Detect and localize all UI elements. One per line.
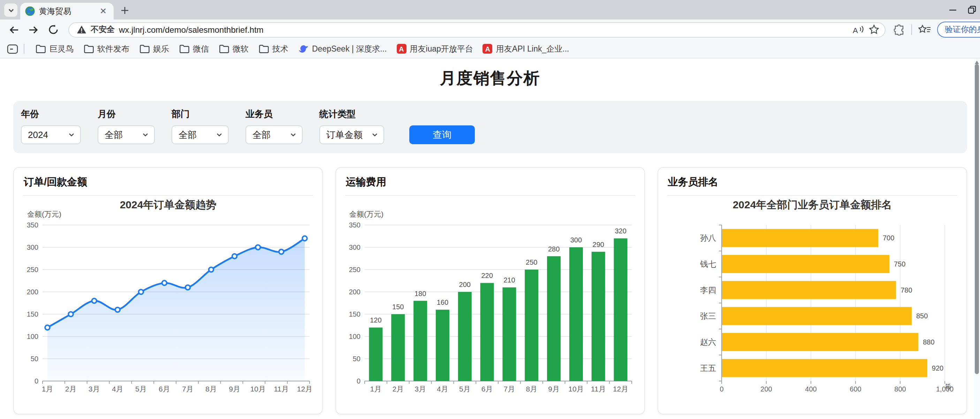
salesman-select-value: 全部 xyxy=(252,129,270,141)
verify-identity-button[interactable]: 验证你的身份 xyxy=(937,22,980,38)
bookmarks-divider xyxy=(24,44,24,54)
folder-icon xyxy=(179,44,189,54)
svg-text:750: 750 xyxy=(894,260,905,268)
svg-text:300: 300 xyxy=(27,243,38,251)
bookmark-item[interactable]: 技术 xyxy=(253,41,293,56)
tab-search-button[interactable] xyxy=(4,3,18,17)
svg-text:9月: 9月 xyxy=(229,385,240,393)
page-title: 月度销售分析 xyxy=(0,59,980,89)
tab-close-icon[interactable]: ✕ xyxy=(98,6,109,16)
folder-icon xyxy=(139,44,150,54)
bookmark-item[interactable]: DeepSeek | 深度求... xyxy=(293,41,391,56)
query-button[interactable]: 查询 xyxy=(409,125,475,144)
svg-text:王五: 王五 xyxy=(700,363,716,373)
filter-stat-type-label: 统计类型 xyxy=(319,108,384,121)
bookmark-label: 微信 xyxy=(193,44,209,54)
read-aloud-icon[interactable]: A xyxy=(852,25,865,35)
browser-window: 黄海贸易 ✕ 不安全 wx.jlnrj.com/demo/sa xyxy=(0,0,980,419)
svg-text:8月: 8月 xyxy=(205,385,217,393)
scrollbar[interactable] xyxy=(974,59,980,419)
svg-text:2024年全部门业务员订单金额排名: 2024年全部门业务员订单金额排名 xyxy=(732,199,892,210)
page-content: 月度销售分析 年份 2024 月份 全部 部门 全部 xyxy=(0,59,980,419)
new-tab-button[interactable] xyxy=(118,3,132,17)
bookmarks-bar: 巨灵鸟 软件发布 娱乐 微信 微软 技术 DeepSeek | 深度求... A xyxy=(0,40,980,59)
department-select-value: 全部 xyxy=(178,129,197,141)
bookmark-item[interactable]: 娱乐 xyxy=(134,41,174,56)
chevron-down-icon xyxy=(68,132,75,138)
shipping-cost-chart[interactable]: 金额(万元)0501001502002503003501201月1502月180… xyxy=(336,196,644,409)
tab-strip: 黄海贸易 ✕ xyxy=(0,0,980,19)
refresh-button[interactable] xyxy=(45,21,61,38)
address-bar[interactable]: 不安全 wx.jlnrj.com/demo/salesmonthbrief.ht… xyxy=(68,22,886,37)
month-select[interactable]: 全部 xyxy=(98,125,155,144)
filter-month-label: 月份 xyxy=(98,108,155,121)
svg-text:3月: 3月 xyxy=(415,385,426,393)
forward-button[interactable] xyxy=(25,21,42,38)
year-select[interactable]: 2024 xyxy=(21,125,81,144)
svg-text:150: 150 xyxy=(27,310,38,318)
svg-text:4月: 4月 xyxy=(437,385,448,393)
svg-text:3月: 3月 xyxy=(89,385,100,393)
svg-text:180: 180 xyxy=(415,290,426,297)
department-select[interactable]: 全部 xyxy=(172,125,229,144)
svg-text:50: 50 xyxy=(352,355,360,363)
filter-year-label: 年份 xyxy=(21,108,81,121)
tab-title: 黄海贸易 xyxy=(39,6,94,16)
svg-text:350: 350 xyxy=(27,221,38,229)
svg-text:210: 210 xyxy=(503,276,515,284)
yonyou-icon: A xyxy=(396,44,406,54)
line-chart-svg: 2024年订单金额趋势金额(万元)0501001502002503003501月… xyxy=(22,197,315,406)
not-secure-warning-icon xyxy=(77,25,86,34)
svg-text:8月: 8月 xyxy=(526,385,537,393)
bookmark-label: 用友iuap开放平台 xyxy=(410,44,473,54)
bookmark-item[interactable]: A 用友iuap开放平台 xyxy=(391,41,478,56)
toolbar-right: 验证你的身份 xyxy=(894,22,980,38)
salesman-ranking-chart[interactable]: 2024年全部门业务员订单金额排名02004006008001,000孙八700… xyxy=(658,196,966,409)
shipping-card-header: 运输费用 xyxy=(345,168,635,196)
browser-toolbar: 不安全 wx.jlnrj.com/demo/salesmonthbrief.ht… xyxy=(0,19,980,40)
globe-favicon xyxy=(25,6,35,16)
svg-text:200: 200 xyxy=(27,288,38,296)
svg-text:150: 150 xyxy=(392,303,404,311)
svg-text:12月: 12月 xyxy=(613,385,628,393)
svg-text:200: 200 xyxy=(459,281,470,288)
back-button[interactable] xyxy=(6,21,22,38)
stat-type-select[interactable]: 订单金额 xyxy=(319,125,384,144)
favorites-bar-icon[interactable] xyxy=(918,24,931,35)
bookmark-item[interactable]: A 用友API Link_企业... xyxy=(478,41,574,56)
bookmark-item[interactable]: 巨灵鸟 xyxy=(31,41,78,56)
salesman-select[interactable]: 全部 xyxy=(245,125,302,144)
svg-text:张三: 张三 xyxy=(700,311,716,321)
extensions-puzzle-icon[interactable] xyxy=(894,24,905,35)
bookmark-label: 软件发布 xyxy=(97,44,129,54)
forward-arrow-icon xyxy=(28,24,39,35)
refresh-icon xyxy=(48,24,58,35)
scrollbar-up-arrow-icon[interactable] xyxy=(975,60,979,64)
bookmark-label: 用友API Link_企业... xyxy=(496,44,569,54)
favorite-star-icon[interactable] xyxy=(869,24,879,35)
svg-text:250: 250 xyxy=(27,266,38,273)
orders-card-header: 订单/回款金额 xyxy=(23,168,313,196)
bookmark-item[interactable]: 微信 xyxy=(174,41,214,56)
svg-text:200: 200 xyxy=(760,385,772,393)
chevron-down-icon xyxy=(290,132,296,138)
svg-text:920: 920 xyxy=(932,364,943,372)
scrollbar-thumb[interactable] xyxy=(975,64,979,374)
toolbar-divider xyxy=(911,24,912,35)
svg-text:1月: 1月 xyxy=(42,385,53,393)
svg-text:10月: 10月 xyxy=(568,385,584,393)
bookmark-item[interactable]: 微软 xyxy=(214,41,253,56)
svg-text:2月: 2月 xyxy=(65,385,77,393)
svg-text:50: 50 xyxy=(31,355,38,363)
restore-button[interactable] xyxy=(965,0,980,19)
hbar-chart-svg: 2024年全部门业务员订单金额排名02004006008001,000孙八700… xyxy=(665,197,958,406)
svg-text:250: 250 xyxy=(526,259,537,266)
order-trend-chart[interactable]: 2024年订单金额趋势金额(万元)0501001502002503003501月… xyxy=(14,196,322,409)
bar-chart-svg: 金额(万元)0501001502002503003501201月1502月180… xyxy=(344,197,636,406)
browser-tab[interactable]: 黄海贸易 ✕ xyxy=(20,3,114,19)
sidebar-toggle-icon[interactable] xyxy=(7,44,18,54)
svg-text:0: 0 xyxy=(356,377,361,385)
svg-text:300: 300 xyxy=(570,236,582,244)
minimize-button[interactable] xyxy=(941,0,965,19)
bookmark-item[interactable]: 软件发布 xyxy=(78,41,134,56)
